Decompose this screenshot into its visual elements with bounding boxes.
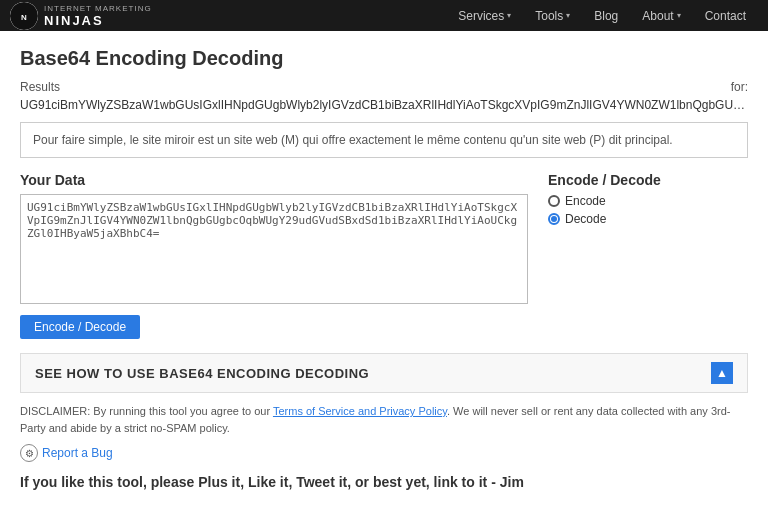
nav-about[interactable]: About ▾ [630,0,692,31]
services-arrow-icon: ▾ [507,11,511,20]
nav-tools[interactable]: Tools ▾ [523,0,582,31]
logo-icon: N [10,2,38,30]
encode-decode-button[interactable]: Encode / Decode [20,315,140,339]
results-value: UG91ciBmYWlyZSBzaW1wbGUsIGxlIHNpdGUgbWly… [20,98,748,112]
report-bug-link[interactable]: ⚙ Report a Bug [20,444,748,462]
cta-text: If you like this tool, please Plus it, L… [20,474,748,490]
about-arrow-icon: ▾ [677,11,681,20]
encode-radio-circle [548,195,560,207]
info-box: Pour faire simple, le site miroir est un… [20,122,748,158]
info-text: Pour faire simple, le site miroir est un… [33,133,673,147]
collapse-banner: SEE HOW TO USE BASE64 ENCODING DECODING … [20,353,748,393]
encode-radio-label: Encode [565,194,606,208]
nav-contact[interactable]: Contact [693,0,758,31]
decode-radio-item[interactable]: Decode [548,212,748,226]
svg-text:N: N [21,13,27,22]
disclaimer-link[interactable]: Terms of Service and Privacy Policy [273,405,447,417]
collapse-banner-button[interactable]: ▲ [711,362,733,384]
tools-arrow-icon: ▾ [566,11,570,20]
disclaimer-text: DISCLAIMER: By running this tool you agr… [20,405,273,417]
report-bug-label: Report a Bug [42,446,113,460]
logo-subtext: INTERNET MARKETING [44,4,152,13]
encode-radio-item[interactable]: Encode [548,194,748,208]
encode-decode-label: Encode / Decode [548,172,748,188]
page-title: Base64 Encoding Decoding [20,47,748,70]
logo[interactable]: N INTERNET MARKETING NINJAS [10,2,152,30]
report-bug-icon: ⚙ [20,444,38,462]
your-data-label: Your Data [20,172,528,188]
collapse-banner-title: SEE HOW TO USE BASE64 ENCODING DECODING [35,366,369,381]
encode-decode-panel: Encode / Decode Encode Decode [548,172,748,339]
your-data-panel: Your Data Encode / Decode [20,172,528,339]
main-content: Base64 Encoding Decoding Results for: UG… [0,31,768,509]
main-nav: N INTERNET MARKETING NINJAS Services ▾ T… [0,0,768,31]
nav-links: Services ▾ Tools ▾ Blog About ▾ Contact [446,0,758,31]
nav-blog[interactable]: Blog [582,0,630,31]
your-data-textarea[interactable] [20,194,528,304]
radio-group: Encode Decode [548,194,748,226]
logo-main-text: NINJAS [44,13,104,28]
nav-services[interactable]: Services ▾ [446,0,523,31]
decode-radio-label: Decode [565,212,606,226]
results-label: Results [20,80,60,94]
logo-text-block: INTERNET MARKETING NINJAS [44,4,152,28]
disclaimer: DISCLAIMER: By running this tool you agr… [20,403,748,436]
encode-section: Your Data Encode / Decode Encode / Decod… [20,172,748,339]
results-for: for: [731,80,748,94]
decode-radio-circle [548,213,560,225]
results-row: Results for: [20,80,748,94]
